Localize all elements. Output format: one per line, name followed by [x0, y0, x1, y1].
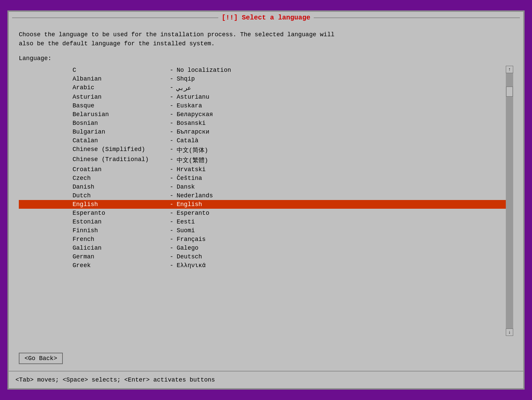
language-name: Dutch: [73, 192, 167, 199]
language-native: Deutsch: [177, 253, 202, 260]
list-item[interactable]: Albanian-Shqip: [19, 74, 506, 83]
language-dash: -: [167, 201, 177, 208]
language-dash: -: [167, 111, 177, 118]
list-item[interactable]: Esperanto-Esperanto: [19, 209, 506, 217]
language-native: Dansk: [177, 184, 195, 190]
language-native: عربي: [177, 84, 191, 92]
list-item[interactable]: Finnish-Suomi: [19, 226, 506, 235]
list-item[interactable]: Galician-Galego: [19, 244, 506, 252]
language-name: French: [73, 236, 167, 243]
language-native: Беларуская: [177, 111, 213, 118]
go-back-button[interactable]: <Go Back>: [19, 353, 63, 364]
language-list[interactable]: C-No localizationAlbanian-ShqipArabic-عر…: [19, 66, 506, 336]
status-bar-text: <Tab> moves; <Space> selects; <Enter> ac…: [15, 377, 215, 383]
language-native: Français: [177, 236, 206, 243]
language-dash: -: [167, 218, 177, 225]
language-name: Chinese (Traditional): [73, 156, 167, 164]
list-item[interactable]: Asturian-Asturianu: [19, 93, 506, 101]
language-native: Shqip: [177, 76, 195, 82]
language-name: Bulgarian: [73, 129, 167, 135]
language-name: Croatian: [73, 166, 167, 173]
language-native: Български: [177, 129, 209, 135]
language-native: No localization: [177, 67, 231, 73]
language-dash: -: [167, 227, 177, 234]
dialog-window: [!!] Select a language Choose the langua…: [7, 10, 525, 390]
list-item[interactable]: Dutch-Nederlands: [19, 191, 506, 200]
language-dash: -: [167, 175, 177, 182]
language-dash: -: [167, 166, 177, 173]
language-name: Greek: [73, 262, 167, 269]
bottom-buttons: <Go Back>: [9, 349, 523, 371]
language-name: Danish: [73, 184, 167, 190]
main-content: Choose the language to be used for the i…: [9, 23, 523, 349]
list-item[interactable]: Chinese (Traditional)-中文(繁體): [19, 155, 506, 165]
language-dash: -: [167, 236, 177, 243]
language-name: Asturian: [73, 94, 167, 100]
language-dash: -: [167, 210, 177, 216]
list-item[interactable]: English-English: [19, 200, 506, 209]
language-dash: -: [167, 67, 177, 73]
language-dash: -: [167, 120, 177, 127]
language-name: German: [73, 253, 167, 260]
language-name: Czech: [73, 175, 167, 182]
scroll-up-button[interactable]: ↑: [506, 66, 513, 73]
language-dash: -: [167, 84, 177, 92]
list-container: C-No localizationAlbanian-ShqipArabic-عر…: [19, 66, 513, 336]
list-item[interactable]: Arabic-عربي: [19, 83, 506, 93]
language-native: Euskara: [177, 102, 202, 109]
list-item[interactable]: C-No localization: [19, 66, 506, 74]
language-name: Estonian: [73, 218, 167, 225]
list-item[interactable]: Greek-Ελληνικά: [19, 261, 506, 270]
language-native: Čeština: [177, 175, 202, 182]
language-native: Hrvatski: [177, 166, 206, 173]
language-dash: -: [167, 76, 177, 82]
description-line1: Choose the language to be used for the i…: [19, 30, 513, 39]
list-item[interactable]: Basque-Euskara: [19, 101, 506, 110]
language-native: Ελληνικά: [177, 262, 206, 269]
list-item[interactable]: Catalan-Català: [19, 136, 506, 145]
language-native: 中文(繁體): [177, 156, 208, 164]
language-name: Chinese (Simplified): [73, 146, 167, 154]
language-native: Eesti: [177, 218, 195, 225]
list-item[interactable]: German-Deutsch: [19, 252, 506, 261]
language-name: Albanian: [73, 76, 167, 82]
language-name: Arabic: [73, 84, 167, 92]
language-native: Esperanto: [177, 210, 209, 216]
language-name: Finnish: [73, 227, 167, 234]
language-dash: -: [167, 245, 177, 251]
language-dash: -: [167, 137, 177, 144]
language-name: Galician: [73, 245, 167, 251]
language-name: Basque: [73, 102, 167, 109]
language-native: Bosanski: [177, 120, 206, 127]
list-item[interactable]: Czech-Čeština: [19, 174, 506, 183]
dialog-title: [!!] Select a language: [222, 14, 310, 21]
list-item[interactable]: French-Français: [19, 235, 506, 244]
language-dash: -: [167, 129, 177, 135]
list-item[interactable]: Chinese (Simplified)-中文(简体): [19, 145, 506, 155]
language-dash: -: [167, 102, 177, 109]
language-name: Belarusian: [73, 111, 167, 118]
language-dash: -: [167, 253, 177, 260]
language-dash: -: [167, 94, 177, 100]
language-dash: -: [167, 184, 177, 190]
list-item[interactable]: Croatian-Hrvatski: [19, 165, 506, 174]
scroll-thumb[interactable]: [506, 87, 513, 97]
list-item[interactable]: Danish-Dansk: [19, 183, 506, 191]
language-dash: -: [167, 146, 177, 154]
status-bar: <Tab> moves; <Space> selects; <Enter> ac…: [9, 371, 523, 388]
language-name: Esperanto: [73, 210, 167, 216]
scrollbar: ↑ ↓: [506, 66, 513, 336]
language-native: 中文(简体): [177, 146, 208, 154]
list-item[interactable]: Belarusian-Беларуская: [19, 110, 506, 119]
list-item[interactable]: Bosnian-Bosanski: [19, 119, 506, 128]
list-item[interactable]: Bulgarian-Български: [19, 128, 506, 136]
language-native: Asturianu: [177, 94, 209, 100]
language-native: Galego: [177, 245, 198, 251]
language-native: Català: [177, 137, 198, 144]
description-line2: also be the default language for the ins…: [19, 39, 513, 48]
language-native: English: [177, 201, 202, 208]
scroll-down-button[interactable]: ↓: [506, 329, 513, 336]
title-bar: [!!] Select a language: [9, 12, 523, 23]
language-dash: -: [167, 262, 177, 269]
list-item[interactable]: Estonian-Eesti: [19, 217, 506, 226]
